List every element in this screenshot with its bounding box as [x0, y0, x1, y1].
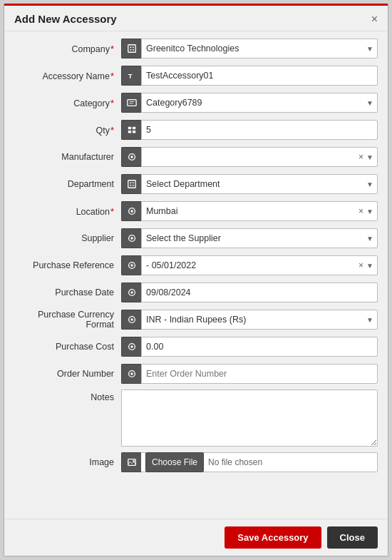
- svg-rect-6: [127, 100, 135, 106]
- supplier-icon: [121, 228, 141, 248]
- qty-label: Qty*: [14, 125, 121, 136]
- order-number-row: Order Number: [14, 362, 378, 385]
- category-row: Category* Category6789 ▼: [14, 91, 378, 114]
- purchase-ref-clear[interactable]: ×: [359, 260, 363, 270]
- notes-label: Notes: [14, 390, 121, 402]
- purchase-ref-icon: [121, 255, 141, 275]
- qty-field-wrapper: [121, 120, 378, 140]
- image-row: Image Choose File No file chosen: [14, 451, 378, 474]
- svg-rect-4: [132, 49, 133, 51]
- accessory-name-icon: T: [121, 66, 141, 86]
- purchase-cost-field-wrapper: [121, 337, 378, 357]
- svg-text:T: T: [128, 72, 132, 80]
- purchase-ref-input[interactable]: [141, 255, 378, 275]
- image-label: Image: [14, 457, 121, 467]
- purchase-date-label: Purchase Date: [14, 287, 121, 297]
- manufacturer-clear[interactable]: ×: [359, 152, 363, 162]
- svg-rect-2: [132, 46, 133, 48]
- purchase-ref-field-wrapper: × ▼: [121, 255, 378, 275]
- purchase-ref-select-wrapper: × ▼: [141, 255, 378, 275]
- purchase-cost-label: Purchase Cost: [14, 342, 121, 352]
- order-number-input[interactable]: [141, 364, 378, 384]
- svg-point-31: [130, 345, 133, 348]
- close-x-button[interactable]: ×: [371, 14, 378, 25]
- supplier-select-wrapper: Select the Supplier ▼: [141, 228, 378, 248]
- svg-rect-0: [128, 45, 135, 53]
- purchase-ref-row: Purchase Reference × ▼: [14, 254, 378, 277]
- category-select[interactable]: Category6789: [141, 93, 378, 113]
- category-field-wrapper: Category6789 ▼: [121, 93, 378, 113]
- purchase-ref-label: Purchase Reference: [14, 260, 121, 270]
- accessory-name-input[interactable]: [141, 66, 378, 86]
- purchase-date-icon: [121, 282, 141, 302]
- manufacturer-icon: [121, 147, 141, 167]
- image-icon: [121, 452, 141, 472]
- svg-rect-15: [128, 180, 135, 188]
- purchase-currency-field-wrapper: INR - Indian Rupees (Rs) ▼: [121, 310, 378, 330]
- accessory-name-field-wrapper: T: [121, 66, 378, 86]
- purchase-currency-icon: [121, 310, 141, 330]
- manufacturer-label: Manufacturer: [14, 152, 121, 162]
- accessory-name-row: Accessory Name* T: [14, 64, 378, 87]
- accessory-name-label: Accessory Name*: [14, 71, 121, 81]
- svg-rect-10: [132, 127, 135, 130]
- svg-rect-11: [128, 131, 130, 133]
- purchase-currency-select[interactable]: INR - Indian Rupees (Rs): [141, 310, 378, 330]
- purchase-date-field-wrapper: [121, 282, 378, 302]
- order-number-label: Order Number: [14, 369, 121, 379]
- company-icon: [121, 39, 141, 58]
- svg-point-21: [130, 210, 133, 213]
- notes-field-wrapper: [121, 390, 378, 447]
- manufacturer-field-wrapper: × ▼: [121, 147, 378, 167]
- department-field-wrapper: Select Department ▼: [121, 174, 378, 194]
- purchase-cost-row: Purchase Cost: [14, 335, 378, 358]
- choose-file-button[interactable]: Choose File: [145, 452, 204, 472]
- order-number-icon: [121, 364, 141, 384]
- purchase-cost-input[interactable]: [141, 337, 378, 357]
- notes-textarea[interactable]: [121, 390, 378, 447]
- modal-header: Add New Accessory ×: [4, 6, 388, 31]
- supplier-row: Supplier Select the Supplier ▼: [14, 227, 378, 250]
- svg-point-27: [130, 291, 133, 294]
- qty-input[interactable]: [141, 120, 378, 140]
- svg-point-14: [130, 156, 133, 158]
- qty-icon: [121, 120, 141, 140]
- purchase-date-input[interactable]: [141, 282, 378, 302]
- purchase-currency-label: Purchase Currency Format: [14, 310, 121, 330]
- company-select[interactable]: Greenitco Technologies: [141, 39, 378, 58]
- svg-point-33: [130, 372, 133, 375]
- purchase-currency-row: Purchase Currency Format INR - Indian Ru…: [14, 308, 378, 331]
- svg-point-29: [130, 318, 133, 321]
- location-clear[interactable]: ×: [359, 206, 363, 216]
- supplier-label: Supplier: [14, 233, 121, 243]
- location-input[interactable]: [141, 201, 378, 221]
- image-field-wrapper: Choose File No file chosen: [121, 452, 378, 472]
- company-field-wrapper: Greenitco Technologies ▼: [121, 39, 378, 58]
- manufacturer-select-wrapper: × ▼: [141, 147, 378, 167]
- manufacturer-row: Manufacturer × ▼: [14, 146, 378, 168]
- svg-rect-19: [132, 185, 133, 186]
- svg-rect-1: [130, 46, 131, 48]
- location-select-wrapper: × ▼: [141, 201, 378, 221]
- order-number-field-wrapper: [121, 364, 378, 384]
- add-accessory-modal: Add New Accessory × Company* Greenitco T…: [4, 4, 388, 556]
- svg-point-35: [133, 460, 135, 462]
- save-accessory-button[interactable]: Save Accessory: [225, 526, 321, 549]
- supplier-select[interactable]: Select the Supplier: [141, 228, 378, 248]
- purchase-cost-icon: [121, 337, 141, 357]
- image-file-wrapper: Choose File No file chosen: [141, 452, 378, 472]
- manufacturer-input[interactable]: [141, 147, 378, 167]
- svg-rect-18: [130, 185, 131, 186]
- svg-rect-9: [128, 127, 130, 130]
- svg-point-25: [130, 264, 133, 267]
- supplier-field-wrapper: Select the Supplier ▼: [121, 228, 378, 248]
- department-icon: [121, 174, 141, 194]
- department-select[interactable]: Select Department: [141, 174, 378, 194]
- department-label: Department: [14, 179, 121, 189]
- svg-rect-12: [132, 131, 135, 133]
- qty-row: Qty*: [14, 118, 378, 141]
- close-button[interactable]: Close: [327, 526, 378, 549]
- notes-row: Notes: [14, 390, 378, 447]
- department-row: Department Select Department ▼: [14, 173, 378, 195]
- company-row: Company* Greenitco Technologies ▼: [14, 37, 378, 60]
